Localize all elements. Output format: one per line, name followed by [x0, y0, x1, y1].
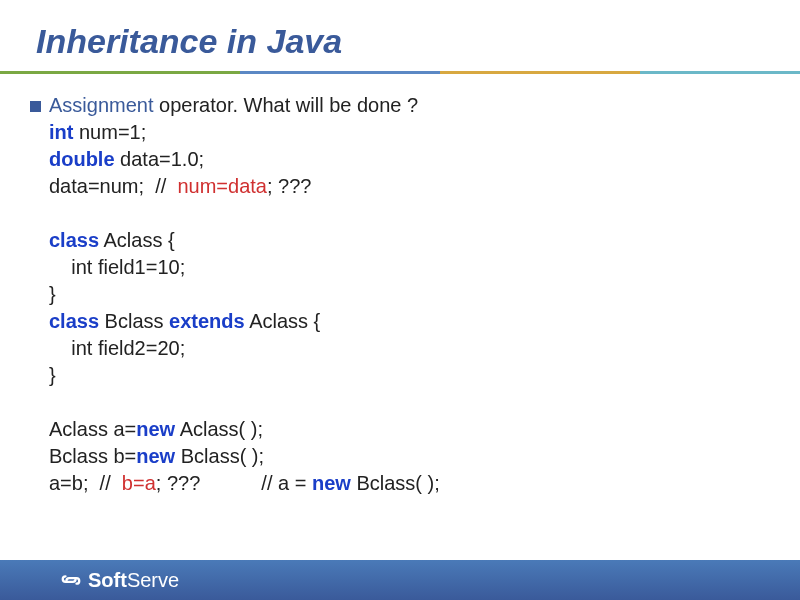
code-text: Aclass {: [245, 310, 321, 332]
code-text: Bclass b=: [49, 445, 136, 467]
kw-class: class: [49, 229, 99, 251]
code-error: num=data: [177, 175, 267, 197]
code-text: Aclass a=: [49, 418, 136, 440]
code-text: Bclass( );: [351, 472, 440, 494]
logo: SoftServe: [60, 569, 179, 592]
logo-soft: Soft: [88, 569, 127, 591]
footer: SoftServe: [0, 560, 800, 600]
logo-serve: Serve: [127, 569, 179, 591]
kw-int: int: [49, 121, 73, 143]
code-text: data=1.0;: [115, 148, 205, 170]
kw-new: new: [312, 472, 351, 494]
logo-icon: [60, 569, 82, 591]
code-text: ; ??? // a =: [156, 472, 312, 494]
first-line: Assignment operator. What will be done ?: [49, 92, 418, 119]
code-text: Aclass {: [99, 229, 175, 251]
bullet-row: Assignment operator. What will be done ?: [30, 92, 770, 119]
bullet-icon: [30, 101, 41, 112]
code-text: num=1;: [73, 121, 146, 143]
operator-text: operator. What will be done ?: [154, 94, 419, 116]
kw-new: new: [136, 418, 175, 440]
code-text: }: [49, 283, 56, 305]
slide-title: Inheritance in Java: [0, 0, 800, 71]
slide: Inheritance in Java Assignment operator.…: [0, 0, 800, 600]
kw-double: double: [49, 148, 115, 170]
logo-text: SoftServe: [88, 569, 179, 592]
code-error: b=a: [122, 472, 156, 494]
kw-new: new: [136, 445, 175, 467]
assignment-word: Assignment: [49, 94, 154, 116]
code-text: Bclass( );: [175, 445, 264, 467]
code-text: data=num; //: [49, 175, 177, 197]
slide-content: Assignment operator. What will be done ?…: [0, 74, 800, 497]
code-text: Bclass: [99, 310, 169, 332]
code-text: Aclass( );: [175, 418, 263, 440]
code-text: int field1=10;: [49, 256, 185, 278]
code-text: a=b; //: [49, 472, 122, 494]
code-text: ; ???: [267, 175, 311, 197]
kw-extends: extends: [169, 310, 245, 332]
code-text: int field2=20;: [49, 337, 185, 359]
code-block: int num=1; double data=1.0; data=num; //…: [49, 119, 770, 497]
code-text: }: [49, 364, 56, 386]
kw-class: class: [49, 310, 99, 332]
